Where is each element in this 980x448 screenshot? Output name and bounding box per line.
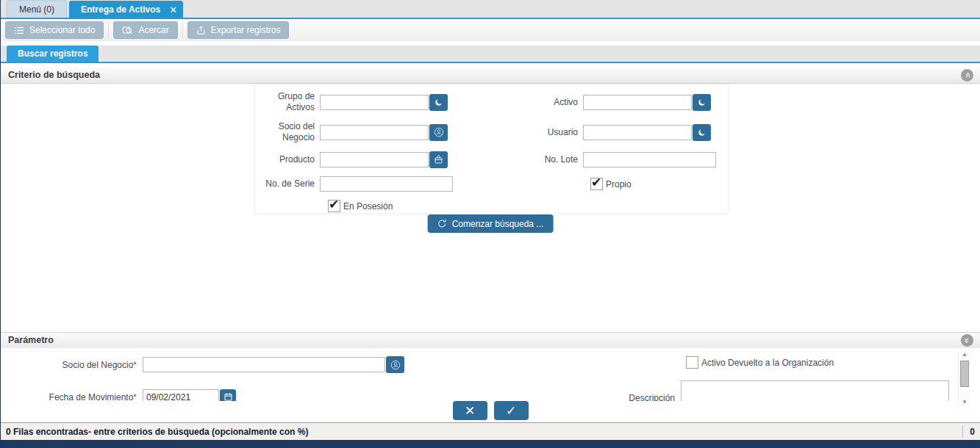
serial-input[interactable] <box>320 176 453 192</box>
export-label: Exportar registros <box>211 25 281 35</box>
tab-buscar-registros[interactable]: Buscar registros <box>7 46 99 62</box>
owned-label: Propio <box>606 179 632 189</box>
scroll-down-icon[interactable]: ▼ <box>962 399 968 406</box>
bpartner-lookup-button[interactable] <box>429 124 448 141</box>
asset-group-lookup-button[interactable] <box>429 94 448 111</box>
scroll-up-icon[interactable]: ▲ <box>962 351 968 358</box>
start-search-label: Comenzar búsqueda ... <box>452 219 544 229</box>
toolbar-separator <box>108 22 109 38</box>
user-label: Usuario <box>464 127 583 138</box>
parameter-body: Socio del Negocio* Activo Devuelto a la … <box>1 348 980 402</box>
param-bpartner-lookup-button[interactable] <box>386 356 404 373</box>
asset-lookup-button[interactable] <box>693 94 711 111</box>
refresh-icon <box>437 219 447 228</box>
list-icon <box>14 26 24 35</box>
product-input[interactable] <box>320 152 429 167</box>
asset-returned-checkbox[interactable] <box>686 356 698 369</box>
export-records-button[interactable]: Exportar registros <box>187 21 290 39</box>
product-box-icon <box>434 155 443 165</box>
criteria-body: Grupo de Activos Activo <box>1 84 980 332</box>
tab-menu[interactable]: Menú (0) <box>7 0 67 18</box>
window-bottom-border <box>1 440 980 448</box>
tab-entrega-label: Entrega de Activos <box>81 4 160 15</box>
close-icon[interactable]: ✕ <box>169 5 177 15</box>
status-message: 0 Filas encontradas- entre criterios de … <box>6 427 962 437</box>
user-lookup-button[interactable] <box>693 124 711 141</box>
person-icon <box>390 360 401 370</box>
product-lookup-button[interactable] <box>429 151 448 168</box>
asset-label: Activo <box>464 97 583 108</box>
in-possession-label: En Posesión <box>343 201 393 212</box>
scrollbar-thumb[interactable] <box>960 361 969 387</box>
asset-returned-label: Activo Devuelto a la Organización <box>701 358 834 368</box>
checkmark-icon: ✔ <box>591 175 601 190</box>
product-label: Producto <box>255 154 320 165</box>
collapse-parameter-button[interactable]: » <box>961 334 973 347</box>
parameter-scrollbar[interactable]: ▲ ▼ <box>958 351 970 406</box>
serial-label: No. de Serie <box>255 178 320 189</box>
zoom-label: Acercar <box>138 25 168 35</box>
app-window: Menú (0) Entrega de Activos ✕ Selecciona… <box>0 0 980 448</box>
calendar-button[interactable] <box>220 389 236 402</box>
lot-label: No. Lote <box>464 154 583 165</box>
toolbar-separator <box>182 22 183 38</box>
search-tab-bar: Buscar registros <box>1 46 980 63</box>
lookup-moon-icon <box>698 128 707 137</box>
collapse-criteria-button[interactable]: » <box>961 69 973 82</box>
select-all-label: Seleccionar todo <box>29 25 95 35</box>
in-possession-checkbox[interactable]: ✔ <box>328 200 340 212</box>
select-all-button[interactable]: Seleccionar todo <box>5 21 104 39</box>
status-separator <box>962 425 963 438</box>
confirm-panel: ✕ ✓ <box>1 401 980 422</box>
zoom-window-icon <box>122 25 133 35</box>
lookup-moon-icon <box>698 98 707 106</box>
checkmark-icon: ✔ <box>329 197 339 212</box>
criteria-title: Criterio de búsqueda <box>1 68 100 83</box>
status-bar: 0 Filas encontradas- entre criterios de … <box>1 422 980 440</box>
search-criteria-panel: Grupo de Activos Activo <box>254 84 729 214</box>
export-icon <box>196 25 206 35</box>
chevron-down-icon: » <box>962 338 972 343</box>
criteria-section-header: Criterio de búsqueda » <box>1 68 980 84</box>
asset-group-input[interactable] <box>320 95 429 110</box>
bpartner-input[interactable] <box>320 125 429 140</box>
lot-input[interactable] <box>583 152 716 167</box>
bpartner-label: Socio del Negocio <box>255 121 320 143</box>
asset-input[interactable] <box>583 95 692 110</box>
window-tab-bar: Menú (0) Entrega de Activos ✕ <box>1 0 980 19</box>
required-mark: * <box>133 392 137 402</box>
owned-checkbox[interactable]: ✔ <box>590 178 603 190</box>
param-bpartner-input[interactable] <box>143 357 385 372</box>
movement-date-input[interactable] <box>143 389 219 402</box>
start-search-button[interactable]: Comenzar búsqueda ... <box>428 214 554 233</box>
row-count: 0 <box>970 427 975 437</box>
parameter-section-header: Parámetro » <box>1 332 980 349</box>
required-mark: * <box>133 360 137 370</box>
toolbar: Seleccionar todo Acercar Exportar regist… <box>1 19 980 41</box>
zoom-button[interactable]: Acercar <box>113 21 177 39</box>
param-bpartner-label: Socio del Negocio* <box>1 360 137 370</box>
description-textarea[interactable] <box>681 380 949 402</box>
user-input[interactable] <box>583 125 692 140</box>
cancel-button[interactable]: ✕ <box>453 401 487 420</box>
asset-group-label: Grupo de Activos <box>255 91 320 113</box>
confirm-button[interactable]: ✓ <box>494 401 529 420</box>
parameter-title: Parámetro <box>1 333 54 348</box>
chevron-up-icon: » <box>962 73 972 78</box>
person-icon <box>434 127 444 137</box>
tab-entrega-de-activos[interactable]: Entrega de Activos ✕ <box>69 1 183 18</box>
movement-date-label: Fecha de Movimiento* <box>1 392 137 402</box>
lookup-moon-icon <box>434 98 443 106</box>
